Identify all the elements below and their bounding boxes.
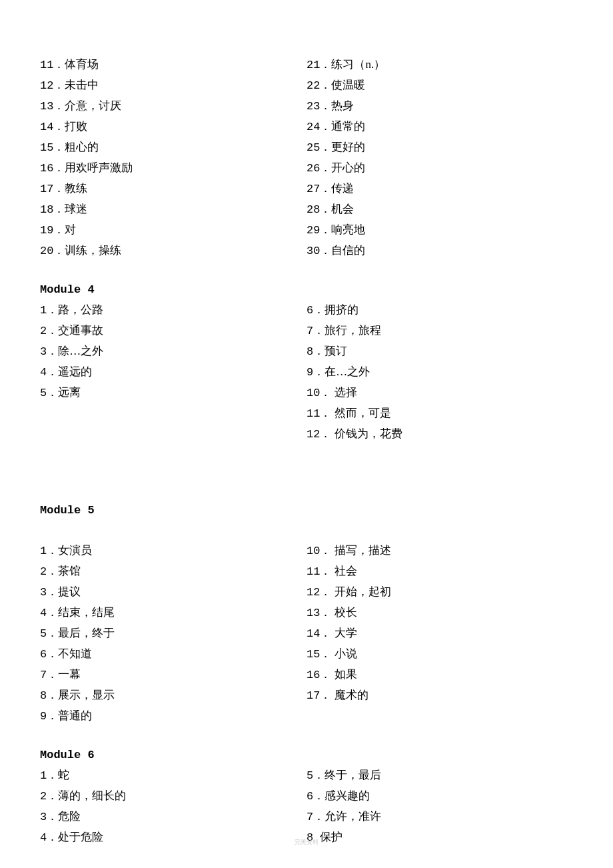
list-item: 25．更好的: [306, 137, 573, 158]
list-item: 1．女演员: [40, 541, 306, 561]
item-text: 响亮地: [331, 223, 365, 236]
item-text: 如果: [331, 668, 356, 681]
list-item: 20．训练，操练: [40, 241, 306, 261]
list-item: 7．一幕: [40, 665, 306, 685]
item-text: 选择: [331, 386, 356, 399]
item-number: 7．: [306, 325, 324, 337]
item-text: 介意，讨厌: [65, 99, 121, 112]
item-number: 12．: [40, 79, 65, 92]
item-text: 球迷: [65, 203, 87, 215]
column-left: 1．女演员2．茶馆3．提议4．结束，结尾5．最后，终于6．不知道7．一幕8．展示…: [40, 541, 306, 727]
item-text: 机会: [331, 203, 354, 215]
item-text: 提议: [58, 585, 81, 598]
item-text: 训练，操练: [65, 244, 121, 257]
list-item: 17．教练: [40, 179, 306, 199]
item-text: 交通事故: [58, 324, 103, 337]
item-text: 在…之外: [324, 365, 370, 378]
item-number: 8．: [306, 345, 324, 358]
list-item: 2．交通事故: [40, 321, 306, 341]
item-number: 2．: [40, 565, 58, 578]
list-item: 1．路，公路: [40, 300, 306, 321]
item-number: 20．: [40, 245, 65, 257]
list-item: 11．体育场: [40, 55, 306, 75]
item-text: 用欢呼声激励: [65, 161, 133, 174]
item-number: 18．: [40, 203, 65, 216]
list-item: 28．机会: [306, 199, 573, 220]
item-number: 4．: [40, 366, 58, 379]
item-number: 3．: [40, 811, 58, 823]
section-continued: 11．体育场12．未击中13．介意，讨厌14．打败15．粗心的16．用欢呼声激励…: [40, 55, 573, 261]
item-number: 7．: [40, 669, 58, 681]
item-number: 13．: [40, 100, 65, 113]
list-item: 6．感兴趣的: [306, 786, 573, 807]
list-item: 4．结束，结尾: [40, 603, 306, 623]
item-number: 28．: [306, 203, 331, 216]
module-title: Module 5: [40, 501, 573, 521]
item-number: 10．: [306, 545, 331, 557]
item-text: 一幕: [58, 668, 81, 681]
item-number: 5．: [306, 769, 324, 782]
list-item: 6．不知道: [40, 644, 306, 665]
list-item: 12．未击中: [40, 75, 306, 96]
item-text: 小说: [331, 647, 356, 660]
list-item: 7．允许，准许: [306, 807, 573, 827]
item-text: 普通的: [58, 709, 92, 722]
item-text: 感兴趣的: [324, 789, 370, 802]
item-number: 3．: [40, 345, 58, 358]
list-item: 13． 校长: [306, 603, 573, 623]
item-text: 打败: [65, 120, 87, 133]
item-text: 练习（n.）: [331, 58, 385, 71]
list-item: 1．蛇: [40, 765, 306, 786]
item-number: 23．: [306, 100, 331, 113]
column-left: 11．体育场12．未击中13．介意，讨厌14．打败15．粗心的16．用欢呼声激励…: [40, 55, 306, 261]
list-item: 23．热身: [306, 96, 573, 117]
list-item: 5．最后，终于: [40, 623, 306, 644]
item-number: 12．: [306, 428, 331, 441]
item-text: 展示，显示: [58, 689, 115, 701]
column-left: 1．路，公路2．交通事故3．除…之外4．遥远的5．远离: [40, 300, 306, 445]
item-number: 16．: [306, 669, 331, 681]
column-left: 1．蛇2．薄的，细长的3．危险4．处于危险: [40, 765, 306, 848]
list-item: 5．终于，最后: [306, 765, 573, 786]
list-item: 14．打败: [40, 117, 306, 137]
item-number: 9．: [306, 366, 324, 379]
item-number: 21．: [306, 59, 331, 71]
item-number: 30．: [306, 245, 331, 257]
item-number: 24．: [306, 121, 331, 133]
item-number: 5．: [40, 387, 58, 399]
item-text: 校长: [331, 606, 356, 619]
item-text: 然而，可是: [331, 407, 390, 419]
item-number: 9．: [40, 710, 58, 723]
item-text: 薄的，细长的: [58, 789, 126, 802]
item-text: 通常的: [331, 120, 365, 133]
item-text: 最后，终于: [58, 627, 115, 639]
list-item: 18．球迷: [40, 199, 306, 220]
list-item: 2．薄的，细长的: [40, 786, 306, 807]
item-text: 使温暖: [331, 79, 365, 91]
item-text: 旅行，旅程: [324, 324, 381, 337]
item-number: 22．: [306, 79, 331, 92]
item-text: 传递: [331, 182, 354, 195]
item-text: 远离: [58, 386, 81, 399]
list-item: 15． 小说: [306, 644, 573, 665]
item-number: 3．: [40, 586, 58, 599]
item-number: 11．: [306, 407, 331, 420]
column-right: 21．练习（n.）22．使温暖23．热身24．通常的25．更好的26．开心的27…: [306, 55, 573, 261]
column-right: 5．终于，最后6．感兴趣的7．允许，准许8 保护: [306, 765, 573, 848]
item-text: 大学: [331, 627, 356, 639]
item-number: 15．: [306, 648, 331, 661]
module-title: Module 4: [40, 280, 573, 300]
item-number: 14．: [306, 627, 331, 640]
list-item: 2．茶馆: [40, 561, 306, 582]
item-number: 26．: [306, 162, 331, 175]
item-text: 允许，准许: [324, 810, 381, 823]
module-6: Module 6 1．蛇2．薄的，细长的3．危险4．处于危险 5．终于，最后6．…: [40, 745, 573, 848]
module-4: Module 4 1．路，公路2．交通事故3．除…之外4．遥远的5．远离 6．拥…: [40, 280, 573, 445]
list-item: 12． 开始，起初: [306, 582, 573, 603]
item-text: 危险: [58, 810, 81, 823]
list-item: 16． 如果: [306, 665, 573, 685]
item-number: 29．: [306, 224, 331, 237]
item-text: 除…之外: [58, 345, 103, 357]
item-text: 热身: [331, 99, 354, 112]
item-number: 2．: [40, 325, 58, 337]
